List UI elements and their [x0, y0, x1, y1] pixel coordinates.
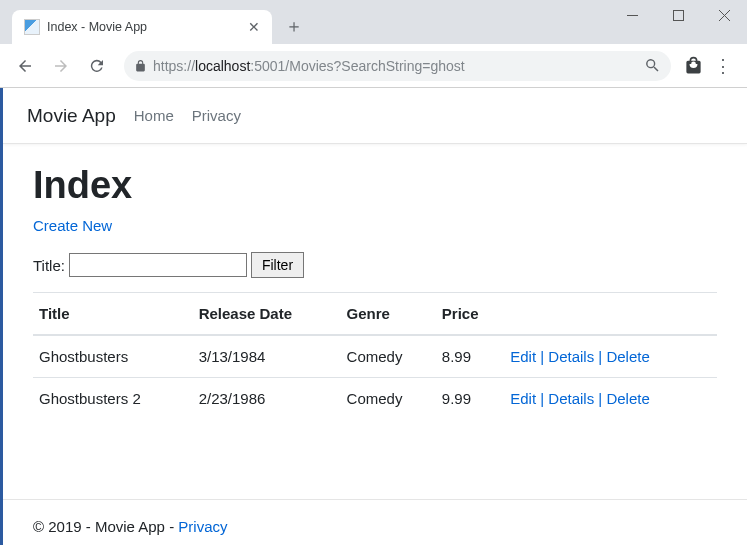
th-actions	[504, 293, 717, 336]
url-text: https://localhost:5001/Movies?SearchStri…	[153, 58, 465, 74]
th-release-date: Release Date	[193, 293, 341, 336]
search-icon[interactable]	[644, 57, 661, 74]
cell-price: 8.99	[436, 335, 504, 378]
details-link[interactable]: Details	[548, 390, 594, 407]
forward-button[interactable]	[46, 51, 76, 81]
filter-row: Title: Filter	[33, 252, 717, 278]
lock-icon	[134, 59, 147, 73]
cell-title: Ghostbusters	[33, 335, 193, 378]
cell-title: Ghostbusters 2	[33, 378, 193, 420]
browser-tab[interactable]: Index - Movie App ✕	[12, 10, 272, 44]
cell-genre: Comedy	[341, 378, 436, 420]
th-price: Price	[436, 293, 504, 336]
page-viewport[interactable]: Movie App Home Privacy Index Create New …	[0, 88, 747, 545]
delete-link[interactable]: Delete	[606, 390, 649, 407]
details-link[interactable]: Details	[548, 348, 594, 365]
window-controls	[609, 0, 747, 30]
table-row: Ghostbusters 2 2/23/1986 Comedy 9.99 Edi…	[33, 378, 717, 420]
svg-rect-0	[627, 15, 638, 16]
th-genre: Genre	[341, 293, 436, 336]
th-title: Title	[33, 293, 193, 336]
site-navbar: Movie App Home Privacy	[3, 88, 747, 144]
filter-label: Title:	[33, 257, 65, 274]
close-window-button[interactable]	[701, 0, 747, 30]
cell-release-date: 2/23/1986	[193, 378, 341, 420]
back-button[interactable]	[10, 51, 40, 81]
page-title: Index	[33, 164, 717, 207]
nav-home-link[interactable]: Home	[134, 107, 174, 124]
edit-link[interactable]: Edit	[510, 390, 536, 407]
minimize-button[interactable]	[609, 0, 655, 30]
reload-button[interactable]	[82, 51, 112, 81]
close-tab-icon[interactable]: ✕	[248, 19, 260, 35]
cell-actions: Edit | Details | Delete	[504, 378, 717, 420]
new-tab-button[interactable]: ＋	[280, 12, 308, 40]
page-footer: © 2019 - Movie App - Privacy	[3, 499, 747, 545]
cell-actions: Edit | Details | Delete	[504, 335, 717, 378]
cell-genre: Comedy	[341, 335, 436, 378]
main-container: Index Create New Title: Filter Title Rel…	[3, 144, 747, 449]
brand-link[interactable]: Movie App	[27, 105, 116, 127]
cell-price: 9.99	[436, 378, 504, 420]
address-bar[interactable]: https://localhost:5001/Movies?SearchStri…	[124, 51, 671, 81]
account-icon[interactable]	[683, 56, 703, 76]
footer-copyright: © 2019 - Movie App -	[33, 518, 178, 535]
table-row: Ghostbusters 3/13/1984 Comedy 8.99 Edit …	[33, 335, 717, 378]
title-filter-input[interactable]	[69, 253, 247, 277]
maximize-button[interactable]	[655, 0, 701, 30]
favicon-icon	[24, 19, 40, 35]
table-header-row: Title Release Date Genre Price	[33, 293, 717, 336]
menu-button[interactable]: ⋮	[709, 52, 737, 80]
create-new-link[interactable]: Create New	[33, 217, 112, 234]
edit-link[interactable]: Edit	[510, 348, 536, 365]
nav-privacy-link[interactable]: Privacy	[192, 107, 241, 124]
delete-link[interactable]: Delete	[606, 348, 649, 365]
movies-table: Title Release Date Genre Price Ghostbust…	[33, 292, 717, 419]
browser-titlebar: Index - Movie App ✕ ＋	[0, 0, 747, 44]
footer-privacy-link[interactable]: Privacy	[178, 518, 227, 535]
cell-release-date: 3/13/1984	[193, 335, 341, 378]
filter-button[interactable]: Filter	[251, 252, 304, 278]
tab-title: Index - Movie App	[47, 20, 241, 34]
svg-rect-1	[673, 10, 683, 20]
browser-toolbar: https://localhost:5001/Movies?SearchStri…	[0, 44, 747, 88]
